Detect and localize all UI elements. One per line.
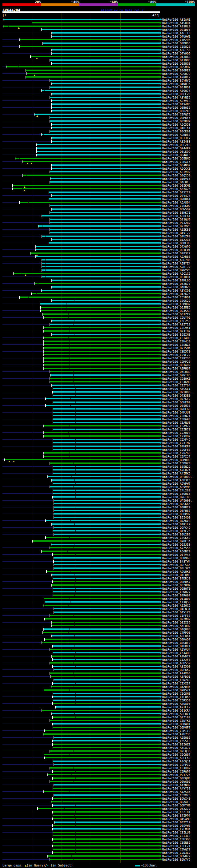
- hit-label[interactable]: UniRef100_Q46IK1: [162, 126, 191, 130]
- hit-bar[interactable]: [23, 175, 160, 176]
- hit-bar[interactable]: [52, 655, 160, 657]
- hit-bar[interactable]: [37, 151, 160, 152]
- hit-bar[interactable]: [44, 368, 160, 369]
- hit-bar[interactable]: [22, 161, 160, 162]
- hit-label[interactable]: UniRef100_C3BN74: [162, 414, 191, 417]
- hit-bar[interactable]: [53, 761, 160, 762]
- hit-label[interactable]: UniRef100_B1HRK1: [162, 645, 191, 648]
- hit-label[interactable]: UniRef100_B2IVV5: [162, 224, 191, 228]
- hit-bar[interactable]: [52, 32, 160, 34]
- hit-bar[interactable]: [51, 801, 160, 802]
- hit-bar[interactable]: [53, 418, 160, 420]
- hit-bar[interactable]: [44, 598, 160, 599]
- hit-bar[interactable]: [44, 358, 160, 359]
- hit-bar[interactable]: [13, 273, 160, 274]
- hit-label[interactable]: UniRef100_Q4MJU8: [162, 411, 191, 414]
- hit-bar[interactable]: [43, 42, 160, 44]
- hit-bar[interactable]: [52, 713, 160, 714]
- hit-bar[interactable]: [31, 293, 160, 294]
- hit-label[interactable]: UniRef100_C8WUZ7: [162, 590, 191, 594]
- hit-label[interactable]: UniRef100_A3I5Q0: [162, 665, 191, 668]
- hit-label[interactable]: UniRef100_Q1IW07: [162, 597, 191, 600]
- hit-bar[interactable]: [42, 270, 160, 271]
- hit-bar[interactable]: [53, 828, 160, 830]
- hit-label[interactable]: UniRef100_Q8LE99: [162, 150, 191, 153]
- hit-bar[interactable]: [45, 520, 160, 521]
- hit-label[interactable]: UniRef100_Q4FN31: [162, 607, 191, 611]
- hit-label[interactable]: UniRef100_C1E825: [162, 45, 191, 48]
- hit-bar[interactable]: [37, 154, 160, 155]
- hit-bar[interactable]: [50, 87, 160, 88]
- hit-bar[interactable]: [50, 859, 160, 860]
- hit-label[interactable]: UniRef100_Q5ENN6: [162, 157, 191, 160]
- hit-bar[interactable]: [52, 195, 160, 196]
- hit-label[interactable]: UniRef100_B6WB22: [162, 855, 191, 858]
- hit-bar[interactable]: [45, 730, 160, 731]
- hit-bar[interactable]: [52, 280, 160, 281]
- hit-bar[interactable]: [50, 120, 160, 122]
- hit-bar[interactable]: [50, 463, 160, 464]
- hit-label[interactable]: UniRef100_C6CW67: [162, 753, 191, 756]
- hit-bar[interactable]: [53, 422, 160, 423]
- hit-bar[interactable]: [42, 215, 160, 216]
- hit-label[interactable]: UniRef100_B7A6V8: [162, 519, 191, 523]
- hit-label[interactable]: UniRef100_Q2Z182: [162, 716, 191, 719]
- hit-label[interactable]: UniRef100_A1AS85: [162, 790, 191, 794]
- hit-label[interactable]: UniRef100_C2X1M7: [162, 441, 191, 445]
- hit-bar[interactable]: [53, 469, 160, 470]
- hit-bar[interactable]: [44, 341, 160, 342]
- hit-bar[interactable]: [54, 503, 160, 504]
- hit-label[interactable]: UniRef100_B7JIB7: [162, 330, 191, 333]
- hit-bar[interactable]: [54, 679, 160, 680]
- hit-label[interactable]: UniRef100_A7GR24: [162, 468, 191, 472]
- hit-label[interactable]: UniRef100_B5W5Q9: [162, 208, 191, 211]
- hit-bar[interactable]: [48, 774, 160, 775]
- hit-bar[interactable]: [54, 795, 160, 796]
- hit-bar[interactable]: [50, 673, 160, 674]
- hit-label[interactable]: UniRef100_A4YNQ9: [162, 783, 191, 787]
- hit-bar[interactable]: [52, 141, 160, 142]
- hit-label[interactable]: UniRef100_Q9LZY8: [162, 143, 191, 147]
- hit-label[interactable]: UniRef100_A4S0R4: [162, 21, 191, 25]
- hit-bar[interactable]: [53, 777, 160, 779]
- hit-label[interactable]: UniRef100_C5YDD1: [162, 296, 191, 299]
- hit-label[interactable]: UniRef100_C6E250: [162, 319, 191, 323]
- hit-bar[interactable]: [53, 496, 160, 498]
- hit-label[interactable]: UniRef100_A3CQJ1: [162, 760, 191, 763]
- hit-label[interactable]: UniRef100_A5AS94: [162, 201, 191, 204]
- hit-label[interactable]: UniRef100_A3PFA1: [162, 214, 191, 218]
- hit-bar[interactable]: [53, 852, 160, 853]
- hit-bar[interactable]: [53, 445, 160, 447]
- hit-label[interactable]: UniRef100_Q8RD57: [162, 580, 191, 584]
- hit-label[interactable]: UniRef100_A8IAN1: [162, 18, 191, 21]
- hit-bar[interactable]: [44, 347, 160, 348]
- hit-label[interactable]: UniRef100_B7KL66: [162, 279, 191, 282]
- hit-label[interactable]: UniRef100_C5D9K8: [162, 462, 191, 465]
- hit-bar[interactable]: [50, 181, 160, 183]
- hit-label[interactable]: UniRef100_D0CLZ0: [162, 92, 191, 96]
- hit-bar[interactable]: [53, 490, 160, 491]
- hit-label[interactable]: UniRef100_C3EN86: [162, 841, 191, 844]
- hit-bar[interactable]: [53, 429, 160, 430]
- hit-label[interactable]: UniRef100_A9UUK8: [162, 570, 191, 573]
- hit-label[interactable]: UniRef100_Q3BPU2: [162, 513, 191, 516]
- hit-bar[interactable]: [52, 63, 160, 64]
- hit-label[interactable]: UniRef100_C3A972: [162, 424, 191, 428]
- hit-bar[interactable]: [44, 337, 160, 338]
- hit-label[interactable]: UniRef100_B0CE01: [162, 130, 191, 133]
- hit-label[interactable]: UniRef100_C9PP32: [162, 763, 191, 766]
- hit-bar[interactable]: [37, 148, 160, 149]
- hit-label[interactable]: UniRef100_B1YE75: [162, 529, 191, 533]
- hit-label[interactable]: UniRef100_Q42677: [162, 282, 191, 285]
- hit-bar[interactable]: [41, 290, 160, 291]
- hit-bar[interactable]: [50, 171, 160, 173]
- hit-bar[interactable]: [53, 581, 160, 582]
- hit-bar[interactable]: [50, 178, 160, 179]
- hit-label[interactable]: UniRef100_Q8EQM3: [162, 777, 191, 780]
- hit-bar[interactable]: [12, 185, 160, 186]
- hit-bar[interactable]: [50, 547, 160, 548]
- hit-bar[interactable]: [50, 381, 160, 382]
- hit-bar[interactable]: [20, 202, 160, 203]
- hit-label[interactable]: UniRef100_Q9KAD7: [162, 638, 191, 641]
- hit-label[interactable]: UniRef100_B1X4N5: [162, 102, 191, 106]
